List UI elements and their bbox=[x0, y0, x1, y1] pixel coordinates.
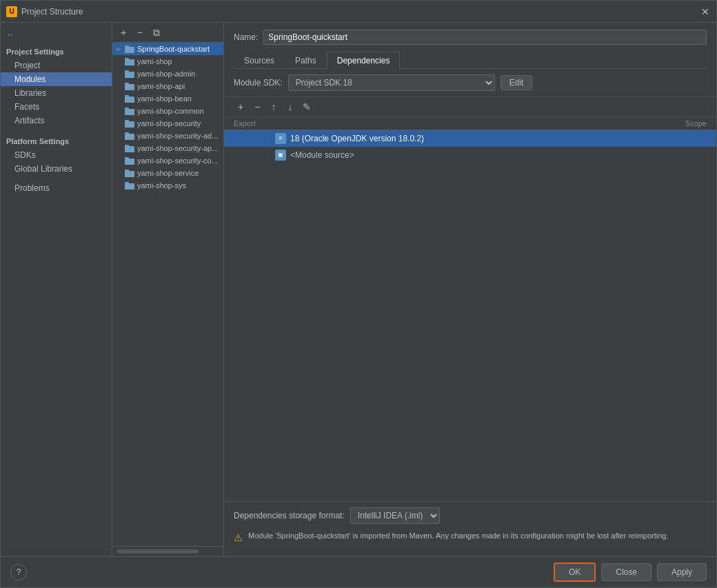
sidebar-item-modules[interactable]: Modules bbox=[1, 72, 112, 86]
dep-name-cell: ≡ 18 (Oracle OpenJDK version 18.0.2) bbox=[275, 133, 652, 144]
add-module-button[interactable]: + bbox=[117, 26, 130, 39]
module-item[interactable]: yami-shop-security-ad... bbox=[112, 130, 223, 142]
copy-module-button[interactable]: ⧉ bbox=[150, 26, 163, 39]
settings-sidebar: ← Project Settings Project Modules Libra… bbox=[1, 23, 112, 556]
dep-table-header: Export Scope bbox=[224, 117, 716, 130]
add-dep-button[interactable]: + bbox=[234, 100, 248, 114]
sdk-row: Module SDK: Project SDK 18 Edit bbox=[224, 69, 716, 97]
svg-rect-19 bbox=[125, 157, 129, 159]
module-item[interactable]: yami-shop-admin bbox=[112, 68, 223, 80]
dep-table: ≡ 18 (Oracle OpenJDK version 18.0.2) ▣ <… bbox=[224, 130, 716, 316]
tab-dependencies[interactable]: Dependencies bbox=[327, 52, 401, 69]
sidebar-item-libraries[interactable]: Libraries bbox=[1, 86, 112, 100]
svg-rect-0 bbox=[125, 47, 134, 53]
module-item[interactable]: yami-shop-api bbox=[112, 80, 223, 92]
module-item[interactable]: yami-shop-service bbox=[112, 167, 223, 179]
sdk-icon: ≡ bbox=[275, 133, 286, 144]
close-icon[interactable]: ✕ bbox=[700, 6, 711, 17]
folder-icon bbox=[125, 181, 134, 190]
module-toolbar: + − ⧉ bbox=[112, 23, 223, 43]
bottom-section: Dependencies storage format: IntelliJ ID… bbox=[224, 501, 716, 556]
remove-dep-button[interactable]: − bbox=[250, 100, 264, 114]
svg-rect-22 bbox=[125, 183, 134, 190]
svg-rect-18 bbox=[125, 159, 134, 165]
module-item[interactable]: ▶ SpringBoot-quickstart bbox=[112, 43, 223, 55]
main-content: ← Project Settings Project Modules Libra… bbox=[1, 23, 716, 556]
module-list: ▶ SpringBoot-quickstart yami-shop bbox=[112, 43, 223, 546]
project-structure-dialog: U Project Structure ✕ ← Project Settings… bbox=[0, 0, 717, 588]
ok-button[interactable]: OK bbox=[554, 562, 596, 582]
module-item[interactable]: yami-shop-bean bbox=[112, 92, 223, 105]
edit-sdk-button[interactable]: Edit bbox=[501, 75, 533, 90]
dep-export-header: Export bbox=[234, 119, 275, 128]
dialog-footer: ? OK Close Apply bbox=[1, 556, 716, 587]
storage-format-select[interactable]: IntelliJ IDEA (.iml) bbox=[350, 507, 440, 524]
folder-icon bbox=[125, 107, 134, 115]
dep-row[interactable]: ≡ 18 (Oracle OpenJDK version 18.0.2) bbox=[224, 130, 716, 147]
sidebar-item-facets[interactable]: Facets bbox=[1, 100, 112, 114]
dep-row[interactable]: ▣ <Module source> bbox=[224, 147, 716, 163]
svg-rect-5 bbox=[125, 70, 129, 72]
module-name-input[interactable] bbox=[263, 30, 707, 45]
name-label: Name: bbox=[234, 32, 258, 42]
apply-button[interactable]: Apply bbox=[657, 563, 707, 581]
svg-rect-4 bbox=[125, 72, 134, 78]
module-item[interactable]: yami-shop-common bbox=[112, 105, 223, 117]
warning-text: Module 'SpringBoot-quickstart' is import… bbox=[248, 531, 669, 541]
right-header: Name: Sources Paths Dependencies bbox=[224, 23, 716, 69]
close-button[interactable]: Close bbox=[601, 563, 652, 581]
sidebar-item-artifacts[interactable]: Artifacts bbox=[1, 114, 112, 128]
dep-scope-header: Scope bbox=[652, 119, 707, 128]
edit-dep-button[interactable]: ✎ bbox=[300, 100, 314, 114]
folder-icon bbox=[125, 144, 134, 152]
storage-row: Dependencies storage format: IntelliJ ID… bbox=[234, 507, 707, 524]
svg-rect-8 bbox=[125, 97, 134, 103]
tab-content-dependencies: Module SDK: Project SDK 18 Edit + − ↑ ↓ … bbox=[224, 69, 716, 556]
sdk-select[interactable]: Project SDK 18 bbox=[288, 74, 495, 91]
back-button[interactable]: ← bbox=[1, 28, 112, 43]
right-panel: Name: Sources Paths Dependencies bbox=[224, 23, 716, 556]
svg-rect-10 bbox=[125, 109, 134, 115]
module-item[interactable]: yami-shop-security-co... bbox=[112, 154, 223, 167]
svg-rect-17 bbox=[125, 145, 129, 147]
module-item[interactable]: yami-shop-security bbox=[112, 117, 223, 130]
folder-icon bbox=[125, 94, 134, 103]
tab-sources[interactable]: Sources bbox=[234, 52, 285, 69]
name-row: Name: bbox=[234, 30, 707, 45]
remove-module-button[interactable]: − bbox=[133, 26, 147, 39]
svg-rect-3 bbox=[125, 58, 129, 60]
svg-rect-1 bbox=[125, 45, 129, 48]
folder-icon bbox=[125, 156, 134, 165]
folder-icon bbox=[125, 119, 134, 128]
sdk-label: Module SDK: bbox=[234, 78, 283, 88]
warning-row: ⚠ Module 'SpringBoot-quickstart' is impo… bbox=[234, 531, 707, 545]
svg-rect-14 bbox=[125, 134, 134, 140]
module-item[interactable]: yami-shop-sys bbox=[112, 179, 223, 192]
window-title: Project Structure bbox=[21, 7, 700, 17]
move-down-button[interactable]: ↓ bbox=[283, 100, 297, 114]
svg-rect-20 bbox=[125, 171, 134, 177]
title-bar: U Project Structure ✕ bbox=[1, 1, 716, 23]
chevron-icon: ▶ bbox=[117, 45, 125, 52]
sidebar-item-sdks[interactable]: SDKs bbox=[1, 148, 112, 162]
tab-paths[interactable]: Paths bbox=[285, 52, 327, 69]
project-settings-header: Project Settings bbox=[1, 43, 112, 59]
svg-rect-12 bbox=[125, 121, 134, 128]
module-item[interactable]: yami-shop-security-ap... bbox=[112, 142, 223, 154]
module-item[interactable]: yami-shop bbox=[112, 55, 223, 68]
sidebar-item-global-libraries[interactable]: Global Libraries bbox=[1, 162, 112, 176]
svg-rect-11 bbox=[125, 108, 129, 110]
svg-rect-2 bbox=[125, 59, 134, 65]
sidebar-item-problems[interactable]: Problems bbox=[1, 181, 112, 195]
app-icon: U bbox=[6, 6, 17, 17]
move-up-button[interactable]: ↑ bbox=[267, 100, 281, 114]
sidebar-item-project[interactable]: Project bbox=[1, 59, 112, 72]
folder-icon bbox=[125, 82, 134, 90]
storage-label: Dependencies storage format: bbox=[234, 511, 345, 520]
tab-bar: Sources Paths Dependencies bbox=[234, 52, 707, 69]
svg-rect-16 bbox=[125, 146, 134, 152]
warning-icon: ⚠ bbox=[234, 531, 243, 545]
help-button[interactable]: ? bbox=[10, 564, 27, 580]
svg-rect-6 bbox=[125, 84, 134, 90]
svg-rect-9 bbox=[125, 95, 129, 97]
